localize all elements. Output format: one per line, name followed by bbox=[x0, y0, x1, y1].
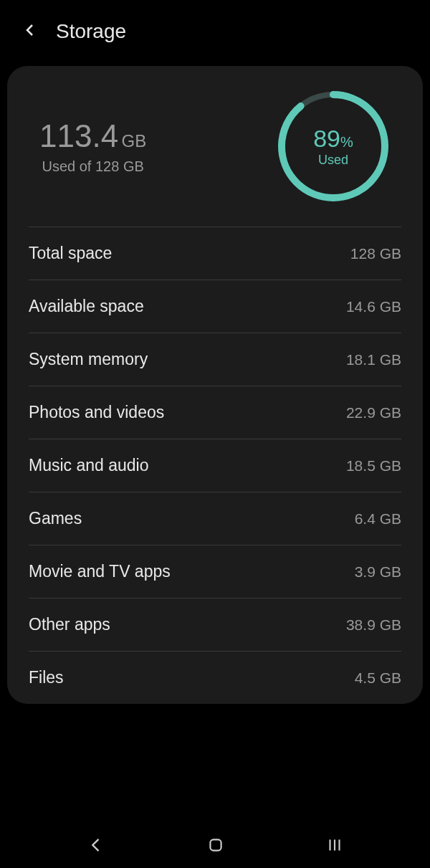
row-value: 4.5 GB bbox=[355, 669, 401, 687]
storage-card: 113.4 GB Used of 128 GB 89% Used Total s… bbox=[7, 66, 423, 704]
row-label: Games bbox=[29, 509, 82, 528]
row-value: 6.4 GB bbox=[355, 510, 401, 528]
row-label: Movie and TV apps bbox=[29, 562, 171, 581]
nav-recents-icon[interactable] bbox=[325, 836, 344, 857]
nav-home-icon[interactable] bbox=[206, 836, 225, 857]
row-files[interactable]: Files 4.5 GB bbox=[7, 652, 423, 704]
row-photos-videos[interactable]: Photos and videos 22.9 GB bbox=[7, 386, 423, 439]
row-value: 22.9 GB bbox=[346, 404, 401, 421]
row-value: 3.9 GB bbox=[355, 563, 401, 581]
row-label: System memory bbox=[29, 350, 148, 369]
row-movie-tv[interactable]: Movie and TV apps 3.9 GB bbox=[7, 545, 423, 598]
row-value: 18.1 GB bbox=[346, 351, 401, 368]
row-value: 18.5 GB bbox=[346, 457, 401, 474]
row-games[interactable]: Games 6.4 GB bbox=[7, 492, 423, 545]
row-value: 14.6 GB bbox=[346, 298, 401, 315]
app-header: Storage bbox=[0, 0, 430, 57]
row-label: Available space bbox=[29, 297, 144, 316]
usage-subtitle: Used of 128 GB bbox=[39, 158, 146, 175]
system-navbar bbox=[0, 825, 430, 868]
row-value: 38.9 GB bbox=[346, 616, 401, 634]
nav-back-icon[interactable] bbox=[86, 835, 106, 858]
row-music-audio[interactable]: Music and audio 18.5 GB bbox=[7, 439, 423, 492]
usage-gauge: 89% Used bbox=[276, 89, 391, 204]
row-label: Files bbox=[29, 668, 64, 687]
row-total-space[interactable]: Total space 128 GB bbox=[7, 227, 423, 280]
row-label: Photos and videos bbox=[29, 403, 164, 422]
row-value: 128 GB bbox=[350, 245, 401, 262]
gauge-percent-sign: % bbox=[340, 134, 353, 150]
row-label: Other apps bbox=[29, 615, 110, 634]
usage-unit: GB bbox=[122, 131, 147, 151]
row-other-apps[interactable]: Other apps 38.9 GB bbox=[7, 598, 423, 651]
row-label: Music and audio bbox=[29, 456, 149, 475]
page-title: Storage bbox=[56, 20, 126, 43]
svg-rect-2 bbox=[210, 839, 221, 850]
row-available-space[interactable]: Available space 14.6 GB bbox=[7, 280, 423, 333]
gauge-used-label: Used bbox=[313, 153, 353, 168]
usage-amount: 113.4 bbox=[39, 118, 118, 153]
usage-summary: 113.4 GB Used of 128 GB 89% Used bbox=[7, 89, 423, 226]
usage-text: 113.4 GB Used of 128 GB bbox=[39, 118, 146, 175]
row-system-memory[interactable]: System memory 18.1 GB bbox=[7, 333, 423, 386]
row-label: Total space bbox=[29, 244, 112, 263]
back-icon[interactable] bbox=[22, 22, 39, 42]
gauge-percent: 89 bbox=[313, 125, 340, 152]
